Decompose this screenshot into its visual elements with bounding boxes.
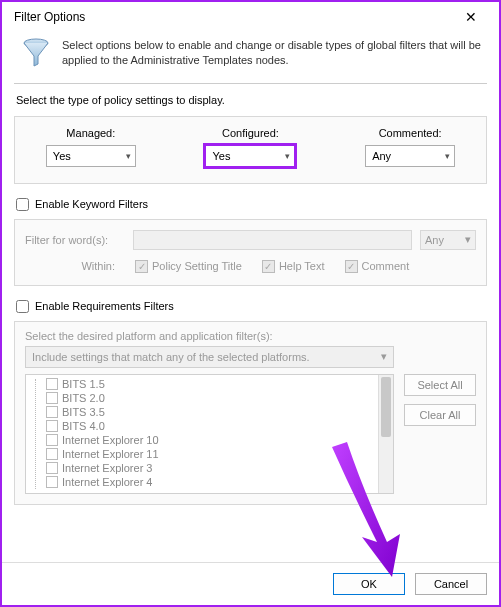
configured-column: Configured: Yes ▾ (190, 127, 310, 167)
commented-column: Commented: Any ▾ (350, 127, 470, 167)
platform-item: BITS 1.5 (26, 377, 393, 391)
within-title-option: ✓ Policy Setting Title (135, 260, 242, 273)
dialog-footer: OK Cancel (2, 562, 499, 605)
scrollbar-thumb (381, 377, 391, 437)
checkbox-icon (46, 420, 58, 432)
policy-section-label: Select the type of policy settings to di… (16, 94, 487, 106)
checkbox-icon (46, 392, 58, 404)
header-description: Select options below to enable and chang… (62, 36, 481, 69)
checkbox-icon (46, 448, 58, 460)
platform-label: Internet Explorer 10 (62, 434, 159, 446)
checkbox-checked-icon: ✓ (135, 260, 148, 273)
commented-dropdown[interactable]: Any ▾ (365, 145, 455, 167)
within-label: Within: (65, 260, 115, 272)
platform-label: BITS 2.0 (62, 392, 105, 404)
clear-all-button: Clear All (404, 404, 476, 426)
chevron-down-icon: ▾ (381, 350, 387, 363)
within-comment-option: ✓ Comment (345, 260, 410, 273)
platform-item: Internet Explorer 10 (26, 433, 393, 447)
keyword-group: Filter for word(s): Any ▾ Within: ✓ Poli… (14, 219, 487, 286)
platform-item: Internet Explorer 4 (26, 475, 393, 489)
platform-label: BITS 3.5 (62, 406, 105, 418)
configured-dropdown[interactable]: Yes ▾ (205, 145, 295, 167)
platform-label: Internet Explorer 3 (62, 462, 153, 474)
enable-keyword-row: Enable Keyword Filters (16, 198, 487, 211)
cancel-label: Cancel (434, 578, 468, 590)
checkbox-icon (46, 406, 58, 418)
platform-match-dropdown: Include settings that match any of the s… (25, 346, 394, 368)
close-icon: ✕ (465, 9, 477, 25)
enable-requirements-checkbox[interactable] (16, 300, 29, 313)
chevron-down-icon: ▾ (126, 151, 131, 161)
filter-words-input (133, 230, 412, 250)
requirements-group: Select the desired platform and applicat… (14, 321, 487, 505)
close-button[interactable]: ✕ (451, 4, 491, 30)
platform-list: BITS 1.5BITS 2.0BITS 3.5BITS 4.0Internet… (25, 374, 394, 494)
within-help-label: Help Text (279, 260, 325, 272)
configured-label: Configured: (222, 127, 279, 139)
within-title-label: Policy Setting Title (152, 260, 242, 272)
requirements-desc: Select the desired platform and applicat… (25, 330, 476, 342)
scrollbar (378, 375, 393, 493)
filter-words-label: Filter for word(s): (25, 234, 125, 246)
within-comment-label: Comment (362, 260, 410, 272)
dialog-content: Select options below to enable and chang… (2, 32, 499, 562)
configured-value: Yes (212, 150, 230, 162)
checkbox-checked-icon: ✓ (262, 260, 275, 273)
funnel-icon (20, 36, 52, 68)
managed-label: Managed: (66, 127, 115, 139)
chevron-down-icon: ▾ (465, 233, 471, 246)
commented-label: Commented: (379, 127, 442, 139)
checkbox-icon (46, 476, 58, 488)
managed-value: Yes (53, 150, 71, 162)
platform-label: Internet Explorer 11 (62, 448, 159, 460)
platform-match-value: Include settings that match any of the s… (32, 351, 310, 363)
commented-value: Any (372, 150, 391, 162)
platform-item: BITS 3.5 (26, 405, 393, 419)
enable-keyword-checkbox[interactable] (16, 198, 29, 211)
chevron-down-icon: ▾ (285, 151, 290, 161)
enable-keyword-label: Enable Keyword Filters (35, 198, 148, 210)
policy-type-group: Managed: Yes ▾ Configured: Yes ▾ Comment… (14, 116, 487, 184)
checkbox-icon (46, 462, 58, 474)
titlebar: Filter Options ✕ (2, 2, 499, 32)
checkbox-icon (46, 378, 58, 390)
platform-label: BITS 1.5 (62, 378, 105, 390)
ok-button[interactable]: OK (333, 573, 405, 595)
managed-dropdown[interactable]: Yes ▾ (46, 145, 136, 167)
enable-requirements-row: Enable Requirements Filters (16, 300, 487, 313)
platform-label: BITS 4.0 (62, 420, 105, 432)
cancel-button[interactable]: Cancel (415, 573, 487, 595)
keyword-match-dropdown: Any ▾ (420, 230, 476, 250)
select-all-button: Select All (404, 374, 476, 396)
keyword-match-value: Any (425, 234, 444, 246)
managed-column: Managed: Yes ▾ (31, 127, 151, 167)
enable-requirements-label: Enable Requirements Filters (35, 300, 174, 312)
platform-item: Internet Explorer 3 (26, 461, 393, 475)
platform-item: BITS 4.0 (26, 419, 393, 433)
platform-item: BITS 2.0 (26, 391, 393, 405)
ok-label: OK (361, 578, 377, 590)
platform-item: Internet Explorer 11 (26, 447, 393, 461)
checkbox-icon (46, 434, 58, 446)
filter-options-dialog: Filter Options ✕ Select options below to… (0, 0, 501, 607)
platform-label: Internet Explorer 4 (62, 476, 153, 488)
window-title: Filter Options (14, 10, 451, 24)
header-row: Select options below to enable and chang… (14, 32, 487, 79)
checkbox-checked-icon: ✓ (345, 260, 358, 273)
within-help-option: ✓ Help Text (262, 260, 325, 273)
divider (14, 83, 487, 84)
chevron-down-icon: ▾ (445, 151, 450, 161)
